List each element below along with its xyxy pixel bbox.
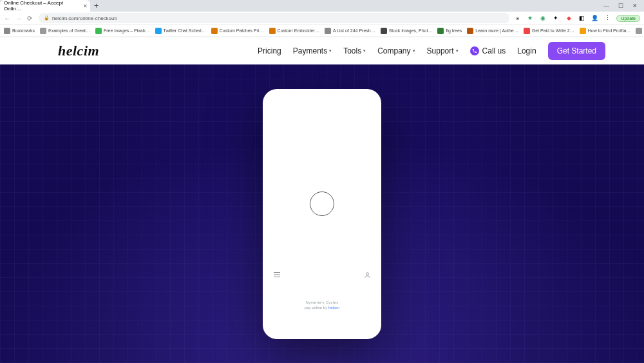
bookmark-item[interactable]: A List of 244 Presh… [325, 28, 375, 34]
nav-links: Pricing Payments▾ Tools▾ Company▾ Suppor… [258, 42, 605, 60]
bookmark-label: Free Images – Pixab… [104, 28, 150, 33]
chevron-down-icon: ▾ [329, 48, 332, 54]
bookmark-item[interactable]: How to Find Profita… [580, 28, 631, 34]
bookmark-item[interactable]: What Are UTM Cod… [636, 28, 644, 34]
bookmark-favicon [211, 28, 218, 34]
bookmark-item[interactable]: fig trees [437, 28, 462, 34]
maximize-icon[interactable]: ☐ [618, 3, 623, 9]
phone-meta: Nymeria's Cycles pay online by helcim [272, 300, 372, 309]
bookmark-favicon [580, 28, 586, 34]
merchant-name: Nymeria's Cycles [272, 300, 372, 304]
puzzle-icon[interactable]: ✦ [552, 14, 560, 22]
bookmark-favicon [524, 28, 530, 34]
profile-icon[interactable]: 👤 [591, 14, 598, 22]
lock-icon: 🔒 [44, 15, 50, 21]
site-nav: helcim Pricing Payments▾ Tools▾ Company▾… [0, 37, 644, 64]
url-field[interactable]: 🔒 helcim.com/online-checkout/ [39, 13, 509, 23]
bookmark-label: Examples of Great… [48, 28, 90, 33]
bookmark-item[interactable]: Custom Embroider… [269, 28, 319, 34]
bookmark-item[interactable]: Twitter Chat Sched… [155, 28, 206, 34]
bookmark-favicon [636, 28, 642, 34]
share-icon[interactable]: ⍟ [513, 14, 521, 22]
hamburger-icon[interactable] [273, 271, 281, 278]
bookmark-favicon [467, 28, 473, 34]
nav-support[interactable]: Support▾ [427, 46, 459, 55]
close-window-icon[interactable]: ✕ [632, 3, 638, 9]
phone-avatar-wrap [272, 191, 372, 229]
bookmark-favicon [381, 28, 387, 34]
star-icon[interactable]: ★ [526, 14, 534, 22]
bookmark-label: Bookmarks [12, 28, 35, 33]
login-link[interactable]: Login [517, 46, 536, 55]
tab-title: Online Checkout – Accept Onlin… [4, 0, 79, 12]
bookmark-label: Stock Images, Phot… [389, 28, 433, 33]
minimize-icon[interactable]: — [603, 3, 609, 9]
address-bar: ← → ⟳ 🔒 helcim.com/online-checkout/ ⍟ ★ … [0, 12, 644, 25]
bookmark-label: Twitter Chat Sched… [164, 28, 206, 33]
back-arrow-icon[interactable]: ← [4, 15, 12, 22]
bookmark-item[interactable]: Examples of Great… [40, 28, 90, 34]
bookmark-item[interactable]: Get Paid to Write 2… [524, 28, 574, 34]
ext-icon-2[interactable]: ◆ [565, 14, 573, 22]
phone-mockup: Nymeria's Cycles pay online by helcim [263, 89, 381, 339]
chevron-down-icon: ▾ [363, 48, 366, 54]
helcim-link[interactable]: helcim [328, 306, 339, 309]
powered-by: pay online by helcim [272, 306, 372, 309]
bookmark-favicon [4, 28, 10, 34]
bookmark-item[interactable]: Stock Images, Phot… [381, 28, 433, 34]
logo[interactable]: helcim [58, 43, 99, 59]
bookmark-favicon [269, 28, 276, 34]
hero-section: Nymeria's Cycles pay online by helcim [0, 64, 644, 363]
chevron-down-icon: ▾ [456, 48, 459, 54]
bookmarks-bar: BookmarksExamples of Great…Free Images –… [0, 25, 644, 36]
ext-icon-1[interactable]: ◉ [539, 14, 547, 22]
phone-top-area [272, 98, 372, 191]
bookmark-label: Get Paid to Write 2… [532, 28, 574, 33]
tab-close-icon[interactable]: ✕ [83, 3, 88, 9]
bookmark-item[interactable]: Custom Patches Pri… [211, 28, 264, 34]
bookmark-favicon [325, 28, 331, 34]
chevron-down-icon: ▾ [413, 48, 415, 54]
call-us-label: Call us [482, 46, 506, 55]
bookmark-item[interactable]: Learn more | Authe… [467, 28, 518, 34]
reload-icon[interactable]: ⟳ [27, 15, 35, 22]
url-text: helcim.com/online-checkout/ [52, 15, 117, 21]
forward-arrow-icon[interactable]: → [15, 15, 23, 22]
nav-payments[interactable]: Payments▾ [293, 46, 332, 55]
window-controls: — ☐ ✕ [603, 3, 644, 9]
update-button[interactable]: Update [616, 15, 640, 22]
avatar-circle-icon [310, 191, 334, 216]
browser-tab[interactable]: Online Checkout – Accept Onlin… ✕ [0, 0, 90, 12]
bookmark-label: How to Find Profita… [588, 28, 631, 33]
user-icon[interactable] [364, 271, 371, 279]
phone-icon-row [272, 271, 372, 279]
browser-chrome: Online Checkout – Accept Onlin… ✕ + — ☐ … [0, 0, 644, 37]
svg-point-3 [366, 272, 369, 275]
phone-icon [470, 46, 479, 55]
bookmark-label: Custom Patches Pri… [220, 28, 264, 33]
nav-pricing[interactable]: Pricing [258, 46, 281, 55]
bookmark-favicon [40, 28, 46, 34]
bookmark-label: Learn more | Authe… [475, 28, 518, 33]
bookmark-favicon [155, 28, 162, 34]
new-tab-button[interactable]: + [90, 1, 102, 10]
bookmark-label: A List of 244 Presh… [333, 28, 375, 33]
call-us[interactable]: Call us [470, 46, 506, 55]
extension-icons: ⍟ ★ ◉ ✦ ◆ ◧ 👤 ⋮ Update [513, 14, 640, 22]
bookmark-label: fig trees [446, 28, 462, 33]
nav-tools[interactable]: Tools▾ [343, 46, 366, 55]
bookmark-favicon [95, 28, 102, 34]
menu-dots-icon[interactable]: ⋮ [603, 14, 611, 22]
nav-company[interactable]: Company▾ [377, 46, 415, 55]
bookmark-item[interactable]: Bookmarks [4, 28, 35, 34]
tab-bar: Online Checkout – Accept Onlin… ✕ + — ☐ … [0, 0, 644, 12]
bookmark-item[interactable]: Free Images – Pixab… [95, 28, 150, 34]
ext-icon-3[interactable]: ◧ [578, 14, 585, 22]
bookmark-label: Custom Embroider… [278, 28, 319, 33]
bookmark-favicon [437, 28, 444, 34]
get-started-button[interactable]: Get Started [548, 42, 605, 60]
